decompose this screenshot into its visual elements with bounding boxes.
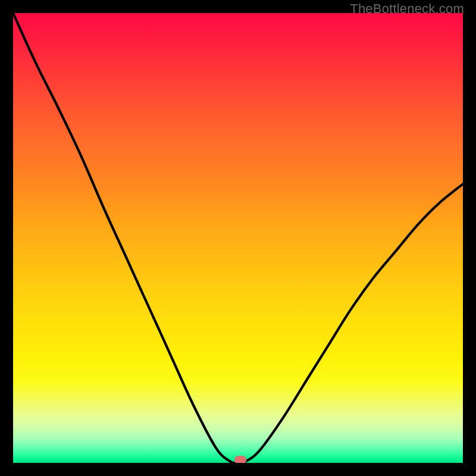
chart-frame: TheBottleneck.com — [0, 0, 476, 476]
optimum-marker — [234, 456, 246, 463]
bottleneck-curve — [13, 13, 463, 463]
watermark-text: TheBottleneck.com — [350, 1, 464, 17]
plot-area — [13, 13, 463, 463]
